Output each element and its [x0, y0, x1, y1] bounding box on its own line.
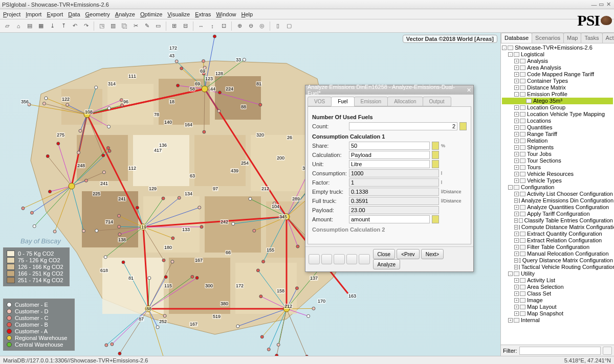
dlg-icon-open[interactable]	[321, 254, 333, 264]
tree-toggle-icon[interactable]: +	[514, 198, 518, 203]
tree-toggle-icon[interactable]: +	[514, 258, 518, 263]
tree-toggle-icon[interactable]: +	[514, 232, 519, 236]
tree-node[interactable]: +Manual Relocation Configuration	[502, 251, 613, 257]
tree-node[interactable]: -Utility	[502, 270, 613, 277]
tree-node[interactable]: +Extract Quantity Configuration	[502, 231, 613, 237]
menu-optimize[interactable]: Optimize	[140, 11, 162, 17]
emissions-dialog[interactable]: Analyze Emissions DinEn16258 - Analyze-E…	[305, 85, 474, 272]
tree-node[interactable]: +Relation	[502, 138, 613, 144]
tree-toggle-icon[interactable]: -	[514, 92, 519, 97]
tree-node[interactable]: +Activity List	[502, 277, 613, 284]
export-icon[interactable]: ⤒	[58, 21, 69, 31]
tree-toggle-icon[interactable]: +	[514, 178, 519, 183]
tree-node[interactable]: +Apply Tariff Configuration	[502, 211, 613, 217]
tree-toggle-icon[interactable]: +	[514, 298, 519, 303]
tree-toggle-icon[interactable]: -	[508, 185, 513, 190]
minimize-icon[interactable]: —	[590, 2, 598, 8]
dlg-icon-saveas[interactable]	[346, 254, 358, 264]
dlg-tab-vos[interactable]: VOS	[308, 97, 332, 106]
tree-node[interactable]: +Tactical Vehicle Routing Configuration	[502, 264, 613, 270]
tree-toggle-icon[interactable]: +	[514, 59, 519, 63]
tree-node[interactable]: +Tour Sections	[502, 157, 613, 164]
dialog-close-icon[interactable]: ✕	[467, 87, 471, 94]
maximize-icon[interactable]: ▭	[598, 1, 605, 8]
database-tree[interactable]: -Showcase-TVR+Emissions-2.6-Logistical+A…	[501, 43, 614, 345]
open-icon[interactable]: ⌂	[13, 21, 24, 31]
dropdown-icon[interactable]	[432, 151, 439, 159]
tree-node[interactable]: +Locations	[502, 118, 613, 124]
tree-node[interactable]: +Distance Matrix	[502, 84, 613, 91]
win-cascade-icon[interactable]: ▢	[284, 21, 294, 31]
tree-toggle-icon[interactable]: +	[514, 311, 519, 316]
tree-toggle-icon[interactable]: +	[514, 265, 518, 269]
tree-node[interactable]: -Emission Profile	[502, 91, 613, 98]
tree-toggle-icon[interactable]: +	[514, 112, 519, 117]
tab-scenarios[interactable]: Scenarios	[532, 33, 564, 43]
count-spinner[interactable]	[459, 122, 467, 130]
dropdown-icon[interactable]	[432, 160, 439, 168]
field-input[interactable]	[349, 151, 430, 159]
tree-node[interactable]: +Compute Distance Matrix Configuration	[502, 224, 613, 231]
tree-toggle-icon[interactable]: +	[514, 245, 519, 249]
tree-toggle-icon[interactable]: +	[514, 139, 519, 143]
tree-node[interactable]: Atego 35m³	[502, 98, 613, 104]
tree-toggle-icon[interactable]: +	[514, 132, 519, 136]
tab-database[interactable]: Database	[501, 33, 532, 43]
menu-import[interactable]: Import	[26, 11, 41, 17]
zoom-in-icon[interactable]: ⊕	[234, 21, 245, 31]
tree-toggle-icon[interactable]: +	[508, 318, 513, 323]
dlg-icon-delete[interactable]	[359, 254, 370, 264]
measure-h-icon[interactable]: ↔	[196, 21, 206, 31]
tree-node[interactable]: +Image	[502, 297, 613, 304]
tree-toggle-icon[interactable]: +	[514, 158, 519, 163]
tree-node[interactable]: +Map Layout	[502, 304, 613, 310]
tree-node[interactable]: +Tour Jobs	[502, 151, 613, 157]
menu-help[interactable]: Help	[242, 11, 253, 17]
tree-toggle-icon[interactable]: +	[514, 285, 519, 289]
undo-icon[interactable]: ↶	[70, 21, 80, 31]
tree-node[interactable]: +Extract Relation Configuration	[502, 237, 613, 244]
tree-toggle-icon[interactable]: +	[514, 79, 519, 83]
tree-node[interactable]: +Quantities	[502, 124, 613, 131]
tree-toggle-icon[interactable]: +	[514, 192, 519, 196]
tree-toggle-icon[interactable]: +	[514, 212, 519, 216]
dlg-close-button[interactable]: Close	[373, 249, 396, 259]
ungroup-icon[interactable]: ⊟	[180, 21, 190, 31]
tree-toggle-icon[interactable]: +	[514, 205, 519, 210]
measure-v-icon[interactable]: ↕	[207, 21, 217, 31]
tree-node[interactable]: +Analysis	[502, 58, 613, 64]
tree-node[interactable]: +Range Tariff	[502, 131, 613, 138]
tree-node[interactable]: +Vehicle Resources	[502, 171, 613, 177]
tree-node[interactable]: +Vehicle Types	[502, 177, 613, 184]
import-icon[interactable]: ⤓	[47, 21, 57, 31]
tree-node[interactable]: +Class Set	[502, 290, 613, 297]
zoom-out-icon[interactable]: ⊖	[246, 21, 256, 31]
tab-activit[interactable]: Activit...	[602, 33, 614, 43]
tree-node[interactable]: +Tours	[502, 164, 613, 171]
tree-toggle-icon[interactable]: +	[514, 125, 519, 130]
menu-extras[interactable]: Extras	[195, 11, 211, 17]
menu-export[interactable]: Export	[47, 11, 63, 17]
tree-node[interactable]: +Filter Table Configuration	[502, 244, 613, 251]
tree-node[interactable]: +Shipments	[502, 144, 613, 151]
filter-input[interactable]	[519, 347, 601, 355]
count-input[interactable]	[349, 122, 457, 130]
win-tile-icon[interactable]: ▯	[273, 21, 283, 31]
redo-icon[interactable]: ↷	[81, 21, 91, 31]
tree-toggle-icon[interactable]: +	[514, 152, 519, 156]
dlg-next-button[interactable]: Next>	[421, 249, 444, 259]
save-all-icon[interactable]: ▦	[36, 21, 46, 31]
menu-geometry[interactable]: Geometry	[85, 11, 110, 17]
dlg-icon-new[interactable]	[309, 254, 320, 264]
field-input[interactable]	[349, 142, 430, 150]
tree-node[interactable]: +Location Vehicle Type Mapping	[502, 111, 613, 118]
tab-tasks[interactable]: Tasks	[581, 33, 602, 43]
copy-icon[interactable]: ⿻	[119, 21, 129, 31]
tree-node[interactable]: +Map Snapshot	[502, 310, 613, 317]
layout-icon[interactable]: ⊡	[218, 21, 229, 31]
menu-window[interactable]: Window	[216, 11, 236, 17]
tree-node[interactable]: -Logistical	[502, 51, 613, 58]
tree-toggle-icon[interactable]: +	[514, 145, 519, 150]
menu-analyze[interactable]: Analyze	[115, 11, 135, 17]
menu-project[interactable]: Project	[3, 11, 20, 17]
